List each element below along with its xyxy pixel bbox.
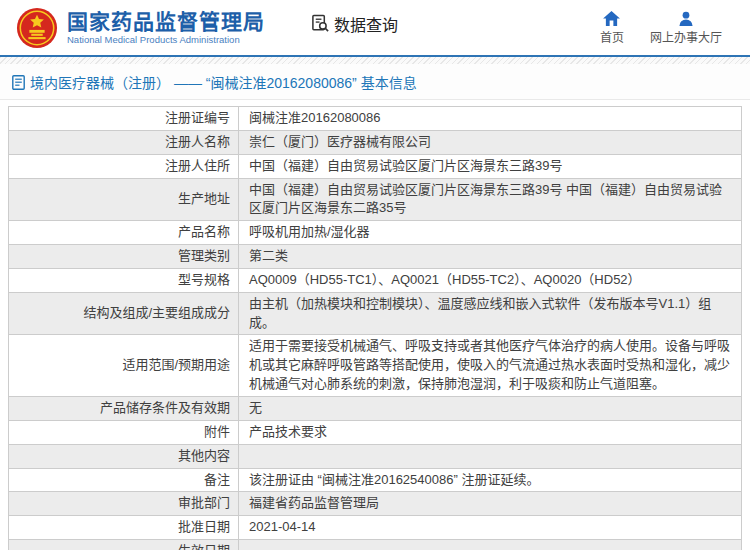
row-label: 型号规格 xyxy=(9,268,239,292)
nav-home[interactable]: 首页 xyxy=(600,11,624,45)
row-value: 产品技术要求 xyxy=(239,420,742,444)
site-header: 国家药品监督管理局 National Medical Products Admi… xyxy=(0,0,750,57)
document-search-icon xyxy=(311,14,330,33)
row-label: 其他内容 xyxy=(9,444,239,468)
org-name-en: National Medical Products Administration xyxy=(67,35,265,45)
document-icon xyxy=(12,75,25,90)
row-label: 管理类别 xyxy=(9,245,239,269)
nav-home-label: 首页 xyxy=(600,28,624,45)
table-row: 批准日期2021-04-14 xyxy=(9,516,742,540)
registration-info-table: 注册证编号闽械注准20162080086注册人名称崇仁（厦门）医疗器械有限公司注… xyxy=(8,106,742,550)
row-label: 附件 xyxy=(9,420,239,444)
data-query-label: 数据查询 xyxy=(334,12,398,36)
table-row: 注册人名称崇仁（厦门）医疗器械有限公司 xyxy=(9,130,742,154)
user-icon xyxy=(678,11,694,26)
row-label: 注册证编号 xyxy=(9,107,239,131)
page-title: 境内医疗器械（注册） —— “闽械注准20162080086” 基本信息 xyxy=(30,72,417,92)
row-value xyxy=(239,444,742,468)
national-emblem-logo xyxy=(16,7,58,49)
registration-table-body: 注册证编号闽械注准20162080086注册人名称崇仁（厦门）医疗器械有限公司注… xyxy=(9,107,742,550)
row-value: 福建省药品监督管理局 xyxy=(239,492,742,516)
row-value: 崇仁（厦门）医疗器械有限公司 xyxy=(239,130,742,154)
row-value: 该注册证由 “闽械注准20162540086” 注册证延续。 xyxy=(239,468,742,492)
table-row: 审批部门福建省药品监督管理局 xyxy=(9,492,742,516)
row-value: 无 xyxy=(239,396,742,420)
row-label: 结构及组成/主要组成成分 xyxy=(9,292,239,335)
header-nav: 首页 网上办事大厅 xyxy=(600,11,722,45)
row-label: 注册人住所 xyxy=(9,154,239,178)
row-value: 由主机（加热模块和控制模块）、温度感应线和嵌入式软件（发布版本号V1.1）组成。 xyxy=(239,292,742,335)
org-name-cn: 国家药品监督管理局 xyxy=(67,10,265,33)
table-row: 产品名称呼吸机用加热/湿化器 xyxy=(9,221,742,245)
row-label: 生效日期 xyxy=(9,540,239,550)
table-row: 适用范围/预期用途适用于需要接受机械通气、呼吸支持或者其他医疗气体治疗的病人使用… xyxy=(9,335,742,397)
table-row: 注册证编号闽械注准20162080086 xyxy=(9,107,742,131)
table-row: 生效日期 xyxy=(9,540,742,550)
table-row: 注册人住所中国（福建）自由贸易试验区厦门片区海景东三路39号 xyxy=(9,154,742,178)
nav-online-hall[interactable]: 网上办事大厅 xyxy=(650,11,722,45)
table-row: 型号规格AQ0009（HD55-TC1）、AQ0021（HD55-TC2）、AQ… xyxy=(9,268,742,292)
row-label: 产品储存条件及有效期 xyxy=(9,396,239,420)
table-row: 结构及组成/主要组成成分由主机（加热模块和控制模块）、温度感应线和嵌入式软件（发… xyxy=(9,292,742,335)
breadcrumb: 境内医疗器械（注册） —— “闽械注准20162080086” 基本信息 xyxy=(0,64,750,100)
row-value: 中国（福建）自由贸易试验区厦门片区海景东三路39号 中国（福建）自由贸易试验区厦… xyxy=(239,178,742,221)
row-label: 生产地址 xyxy=(9,178,239,221)
table-row: 附件产品技术要求 xyxy=(9,420,742,444)
row-value: 中国（福建）自由贸易试验区厦门片区海景东三路39号 xyxy=(239,154,742,178)
decorative-hatch-strip xyxy=(0,57,750,64)
row-label: 批准日期 xyxy=(9,516,239,540)
row-label: 产品名称 xyxy=(9,221,239,245)
table-row: 产品储存条件及有效期无 xyxy=(9,396,742,420)
table-row: 备注该注册证由 “闽械注准20162540086” 注册证延续。 xyxy=(9,468,742,492)
row-value xyxy=(239,540,742,550)
row-value: AQ0009（HD55-TC1）、AQ0021（HD55-TC2）、AQ0020… xyxy=(239,268,742,292)
row-value: 2021-04-14 xyxy=(239,516,742,540)
row-value: 呼吸机用加热/湿化器 xyxy=(239,221,742,245)
data-query-tab[interactable]: 数据查询 xyxy=(311,12,398,36)
org-title-block: 国家药品监督管理局 National Medical Products Admi… xyxy=(67,10,265,46)
row-value: 闽械注准20162080086 xyxy=(239,107,742,131)
table-row: 管理类别第二类 xyxy=(9,245,742,269)
row-value: 第二类 xyxy=(239,245,742,269)
table-row: 生产地址中国（福建）自由贸易试验区厦门片区海景东三路39号 中国（福建）自由贸易… xyxy=(9,178,742,221)
row-label: 审批部门 xyxy=(9,492,239,516)
row-label: 适用范围/预期用途 xyxy=(9,335,239,397)
row-value: 适用于需要接受机械通气、呼吸支持或者其他医疗气体治疗的病人使用。设备与呼吸机或其… xyxy=(239,335,742,397)
home-icon xyxy=(603,11,620,26)
nav-online-hall-label: 网上办事大厅 xyxy=(650,28,722,45)
row-label: 注册人名称 xyxy=(9,130,239,154)
table-row: 其他内容 xyxy=(9,444,742,468)
row-label: 备注 xyxy=(9,468,239,492)
